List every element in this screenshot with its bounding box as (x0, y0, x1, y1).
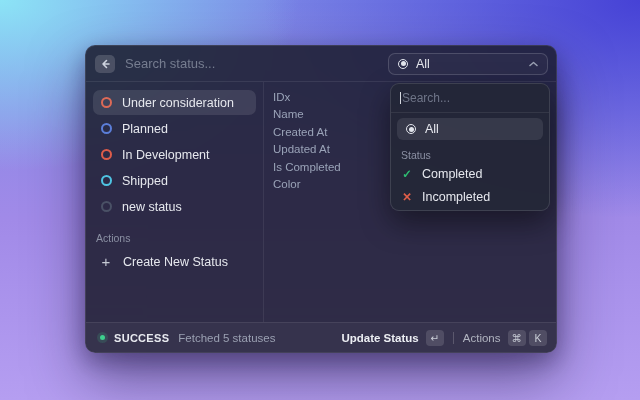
cross-icon: ✕ (401, 190, 413, 204)
filter-option-completed[interactable]: ✓ Completed (391, 163, 549, 184)
status-item-label: new status (122, 200, 182, 214)
status-message: Fetched 5 statuses (178, 332, 275, 344)
check-icon: ✓ (401, 167, 413, 181)
success-dot-icon (100, 335, 105, 340)
status-bar: SUCCESS Fetched 5 statuses Update Status… (86, 322, 556, 352)
radio-selected-icon (398, 59, 408, 69)
create-new-status-button[interactable]: + Create New Status (93, 249, 256, 274)
status-item-label: Under consideration (122, 96, 234, 110)
status-filter-dropdown[interactable]: All (388, 53, 548, 75)
popup-search-row (391, 84, 549, 113)
filter-dropdown-popup: All Status ✓ Completed ✕ Incompleted (390, 83, 550, 211)
k-key-badge: K (529, 330, 547, 346)
status-list: Under consideration Planned In Developme… (86, 82, 264, 322)
filter-option-incompleted[interactable]: ✕ Incompleted (391, 186, 549, 207)
status-item-under-consideration[interactable]: Under consideration (93, 90, 256, 115)
cmd-key-badge: ⌘ (508, 330, 527, 346)
filter-option-all[interactable]: All (397, 118, 543, 140)
update-status-button[interactable]: Update Status (341, 332, 418, 344)
status-manager-window: All Under consideration Planned I (85, 45, 557, 353)
text-caret (400, 92, 401, 104)
popup-search-input[interactable] (402, 91, 540, 105)
status-item-new-status[interactable]: new status (93, 194, 256, 219)
status-item-shipped[interactable]: Shipped (93, 168, 256, 193)
status-item-label: In Development (122, 148, 210, 162)
filter-option-incompleted-label: Incompleted (422, 190, 490, 204)
statusbar-actions: Update Status ↵ Actions ⌘ K (341, 330, 547, 346)
shortcut-keys: ⌘ K (508, 330, 548, 346)
chevron-up-icon (529, 61, 538, 67)
status-item-label: Planned (122, 122, 168, 136)
return-key-badge: ↵ (426, 330, 444, 346)
statusbar-divider (453, 332, 454, 344)
status-circle-icon (101, 97, 112, 108)
status-circle-icon (101, 175, 112, 186)
back-button[interactable] (95, 55, 115, 73)
status-item-planned[interactable]: Planned (93, 116, 256, 141)
actions-menu-button[interactable]: Actions (463, 332, 501, 344)
status-section-header: Status (401, 149, 549, 161)
filter-option-completed-label: Completed (422, 167, 482, 181)
status-item-label: Shipped (122, 174, 168, 188)
radio-selected-icon (406, 124, 416, 134)
create-new-status-label: Create New Status (123, 255, 228, 269)
plus-icon: + (99, 253, 113, 270)
status-item-in-development[interactable]: In Development (93, 142, 256, 167)
arrow-left-icon (100, 59, 110, 69)
search-input[interactable] (125, 56, 388, 71)
actions-section-header: Actions (96, 232, 256, 244)
status-badge: SUCCESS (114, 332, 169, 344)
status-circle-icon (101, 149, 112, 160)
status-circle-icon (101, 123, 112, 134)
status-circle-icon (101, 201, 112, 212)
filter-selected-label: All (416, 57, 430, 71)
filter-option-all-label: All (425, 122, 439, 136)
topbar: All (86, 46, 556, 82)
desktop-background: All Under consideration Planned I (0, 0, 640, 400)
